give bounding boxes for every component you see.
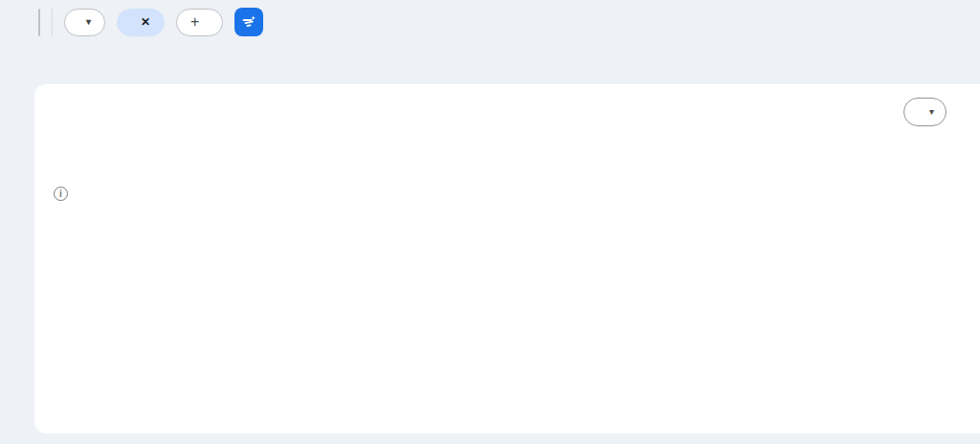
metric-card-total-impressions[interactable]: ✓ ? (167, 84, 301, 172)
add-filter-button[interactable]: + (176, 9, 223, 36)
performance-chart[interactable] (62, 221, 971, 427)
toolbar-divider (52, 9, 53, 35)
trend-lines-chart (62, 221, 971, 403)
notice-text (78, 188, 81, 201)
partial-data-notice: i (54, 187, 980, 201)
help-icon[interactable]: ? (545, 152, 558, 166)
performance-panel: ✓ ? ✓ ? ✓ ? ✓ (34, 84, 980, 433)
search-type-filter[interactable]: ▾ (64, 9, 105, 36)
filter-funnel-icon (240, 13, 257, 31)
checkbox-checked-icon[interactable]: ✓ (449, 96, 461, 108)
plus-icon: + (190, 13, 199, 31)
metric-card-total-clicks[interactable]: ✓ ? (34, 84, 167, 172)
info-icon: i (54, 187, 68, 201)
help-icon[interactable]: ? (145, 152, 159, 166)
checkbox-checked-icon[interactable]: ✓ (50, 96, 62, 108)
date-range-group (38, 9, 40, 36)
chevron-down-icon: ▾ (929, 107, 934, 117)
metric-card-average-position[interactable]: ✓ ? (434, 84, 567, 172)
checkbox-checked-icon[interactable]: ✓ (316, 96, 328, 108)
filter-settings-button[interactable] (234, 8, 263, 36)
page-filter-chip[interactable]: ✕ (117, 9, 165, 36)
granularity-dropdown[interactable]: ▾ (903, 98, 947, 126)
metric-cards-row: ✓ ? ✓ ? ✓ ? ✓ (34, 84, 980, 172)
close-icon[interactable]: ✕ (141, 15, 150, 29)
help-icon[interactable]: ? (412, 152, 425, 166)
metric-card-average-ctr[interactable]: ✓ ? (301, 84, 434, 172)
x-axis-labels (62, 407, 971, 426)
filter-toolbar: ▾ ✕ + (38, 8, 275, 36)
help-icon[interactable]: ? (278, 152, 292, 166)
checkbox-checked-icon[interactable]: ✓ (183, 96, 195, 108)
chevron-down-icon: ▾ (86, 17, 91, 27)
